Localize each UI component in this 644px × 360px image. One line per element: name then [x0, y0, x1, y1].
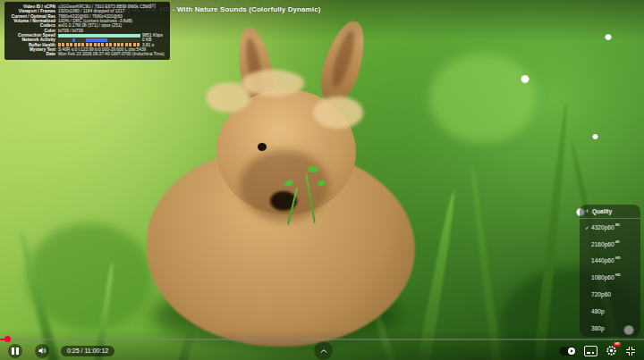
settings-button[interactable]: HD — [606, 345, 617, 356]
quality-option-1080p60[interactable]: 1080p60 HD — [580, 269, 640, 286]
quality-option-label: 360p — [591, 325, 605, 331]
rabbit-eye — [258, 143, 267, 151]
quality-option-label: 480p — [591, 308, 605, 314]
autoplay-thumb-play-icon — [568, 347, 575, 355]
video-title-main: HD - With Nature Sounds (Colorfully Dyna… — [160, 5, 321, 13]
exit-fullscreen-icon — [625, 346, 636, 356]
buffer-health-bar — [58, 43, 140, 46]
quality-option-label: 4320p60 — [591, 224, 614, 230]
autoplay-toggle[interactable] — [559, 347, 576, 356]
quality-menu: ‹ Quality ✓ 4320p60 8K 2160p60 4K 1440p6… — [580, 205, 640, 337]
stat-label: Date — [7, 52, 58, 56]
fur-tuft — [242, 70, 304, 96]
quality-option-2160p60[interactable]: 2160p60 4K — [580, 236, 640, 253]
quality-option-360p[interactable]: 360p — [580, 320, 640, 337]
exit-fullscreen-button[interactable] — [625, 346, 636, 356]
hd-quality-badge: HD — [614, 342, 621, 347]
time-display: 0:25 / 11:00:12 — [61, 346, 114, 356]
video-player: 8K (60FPS) ULTRAHD - With Nature Sounds … — [0, 0, 644, 360]
quality-option-label: 1080p60 — [591, 274, 614, 280]
quality-option-720p60[interactable]: 720p60 — [580, 286, 640, 303]
volume-button[interactable] — [35, 344, 49, 358]
rabbit-subject — [134, 16, 429, 347]
quality-option-label: 720p60 — [591, 291, 611, 297]
quality-badge: HD — [615, 255, 621, 260]
right-controls: HD — [559, 345, 636, 356]
quality-badge: 8K — [615, 222, 621, 227]
check-icon: ✓ — [583, 224, 591, 230]
stats-close-button[interactable]: [X] — [150, 3, 156, 8]
bokeh-blob — [429, 54, 537, 143]
pause-button[interactable] — [8, 344, 22, 358]
quality-option-label: 1440p60 — [591, 257, 614, 264]
quality-badge: HD — [615, 272, 621, 277]
quality-menu-title: Quality — [592, 208, 612, 214]
quality-option-480p[interactable]: 480p — [580, 303, 640, 320]
progress-bar[interactable] — [0, 339, 644, 340]
connection-speed-bar — [58, 34, 140, 38]
network-activity-bar — [58, 38, 140, 42]
pause-icon — [12, 347, 18, 355]
clover-flower — [592, 134, 598, 139]
quality-option-4320p60[interactable]: ✓ 4320p60 8K — [580, 219, 640, 236]
quality-option-1440p60[interactable]: 1440p60 HD — [580, 253, 640, 270]
stat-value: Mon Feb 23 2026 09:37:40 GMT-0700 (Indoc… — [58, 52, 166, 56]
quality-menu-header[interactable]: ‹ Quality — [580, 205, 640, 219]
fur-tuft — [313, 96, 363, 129]
quality-option-label: 2160p60 — [591, 241, 614, 247]
quality-badge: 4K — [615, 239, 621, 244]
speaker-icon — [38, 346, 47, 356]
stats-for-nerds-panel: Video ID / sCPNu1GGswrKRC9U / 7910 E9T3 … — [4, 2, 170, 60]
control-bar: 0:25 / 11:00:12 HD — [0, 341, 644, 360]
clover-flower — [521, 75, 530, 83]
back-chevron-icon[interactable]: ‹ — [586, 207, 589, 215]
subtitles-button[interactable] — [584, 346, 597, 356]
